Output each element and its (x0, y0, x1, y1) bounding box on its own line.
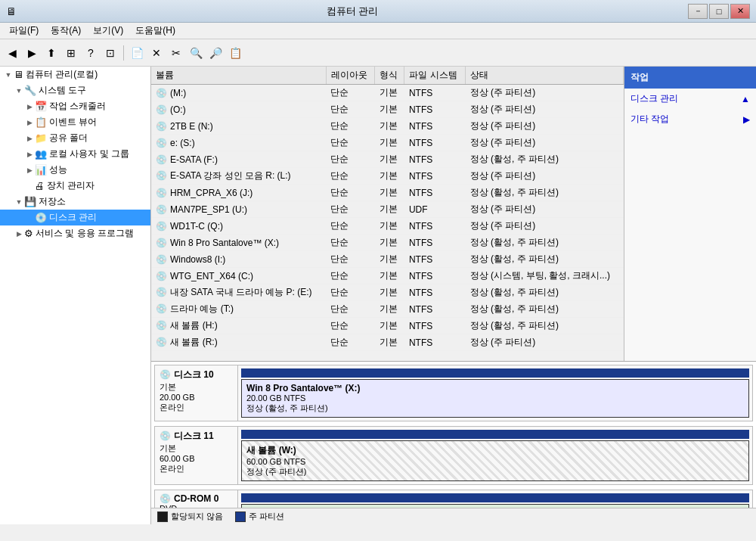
menu-item-동작A[interactable]: 동작(A) (45, 23, 87, 39)
cell-type: 기본 (375, 185, 404, 201)
search-button[interactable]: 🔍 (187, 44, 205, 62)
tree-expand-system-tools[interactable]: ▼ (14, 87, 24, 95)
cell-status: 정상 (주 파티션) (466, 201, 624, 218)
table-row[interactable]: 💿(O:) 단순 기본 NTFS 정상 (주 파티션) (151, 101, 624, 118)
tree-expand-performance[interactable]: ▶ (24, 166, 35, 174)
tree-item-task-scheduler[interactable]: ▶ 📅 작업 스캐줄러 (0, 98, 150, 114)
tree-expand-services[interactable]: ▶ (14, 230, 24, 238)
other-action[interactable]: 기타 작업 ▶ (624, 109, 756, 129)
tree-item-performance[interactable]: ▶ 📊 성능 (0, 162, 150, 178)
tree-item-event-viewer[interactable]: ▶ 📋 이벤트 뷰어 (0, 114, 150, 130)
toolbar-separator (123, 45, 124, 61)
app-icon: 🖥 (6, 5, 17, 17)
col-header-상태[interactable]: 상태 (466, 67, 624, 85)
minimize-button[interactable]: － (688, 4, 708, 19)
disk-info-disk10: 💿디스크 10 기본 20.00 GB 온라인 (155, 365, 238, 421)
window-title: 컴퓨터 관리 (17, 5, 688, 18)
tree-item-device-manager[interactable]: 🖨 장치 관리자 (0, 178, 150, 194)
cell-layout: 단순 (326, 218, 375, 235)
disk-partition-Win-8-Pro-Santalove™-(X:)[interactable]: Win 8 Pro Santalove™ (X:) 20.00 GB NTFS … (241, 379, 749, 418)
tree-label-event-viewer: 이벤트 뷰어 (49, 116, 97, 129)
action-pane-title: 작업 (624, 67, 756, 89)
tree-item-local-users[interactable]: ▶ 👥 로컬 사용자 및 그룹 (0, 146, 150, 162)
cell-type: 기본 (375, 284, 404, 301)
table-row[interactable]: 💿내장 SATA 국내 드라마 예능 P: (E:) 단순 기본 NTFS 정상… (151, 284, 624, 301)
menu-item-보기V[interactable]: 보기(V) (87, 23, 129, 39)
tree-expand-local-users[interactable]: ▶ (24, 151, 35, 158)
table-row[interactable]: 💿E-SATA (F:) 단순 기본 NTFS 정상 (활성, 주 파티션) (151, 151, 624, 168)
table-row[interactable]: 💿e: (S:) 단순 기본 NTFS 정상 (주 파티션) (151, 135, 624, 151)
cell-layout: 단순 (326, 235, 375, 251)
tree-item-computer-management[interactable]: ▼ 🖥 컴퓨터 관리(로컬) (0, 67, 150, 82)
legend-label-unallocated: 할당되지 않음 (171, 511, 223, 522)
table-row[interactable]: 💿WD1T-C (Q:) 단순 기본 NTFS 정상 (주 파티션) (151, 218, 624, 235)
table-row[interactable]: 💿새 볼륨 (R:) 단순 기본 NTFS 정상 (주 파티션) (151, 334, 624, 351)
cell-status: 정상 (주 파티션) (466, 135, 624, 151)
partition-size: 60.00 GB NTFS (246, 457, 744, 466)
tree-item-shared-folders[interactable]: ▶ 📁 공유 폴더 (0, 130, 150, 146)
disk-row-cdrom0: 💿CD-ROM 0 DVD 439 MB 온라인 MAN7PE_SP1 (U:)… (154, 490, 753, 508)
col-header-레이아웃[interactable]: 레이아웃 (326, 67, 375, 85)
cell-volume: 💿(M:) (151, 85, 326, 101)
tree-expand-computer-management[interactable]: ▼ (3, 71, 14, 79)
disk-partition-새-볼륨-(W:)[interactable]: 새 볼륨 (W:) 60.00 GB NTFS 정상 (주 파티션) (241, 440, 749, 481)
table-row[interactable]: 💿MAN7PE_SP1 (U:) 단순 기본 UDF 정상 (주 파티션) (151, 201, 624, 218)
delete-button[interactable]: ✕ (147, 44, 166, 62)
cell-layout: 단순 (326, 284, 375, 301)
partition-status: 정상 (주 파티션) (246, 466, 744, 477)
export-button[interactable]: 📋 (226, 44, 244, 62)
tree-item-system-tools[interactable]: ▼ 🔧 시스템 도구 (0, 82, 150, 98)
cell-type: 기본 (375, 235, 404, 251)
grid-button[interactable]: ⊡ (101, 44, 119, 62)
table-row[interactable]: 💿드라마 예능 (T:) 단순 기본 NTFS 정상 (활성, 주 파티션) (151, 301, 624, 318)
cell-volume: 💿Win 8 Pro Santalove™ (X:) (151, 235, 326, 251)
legend: 할당되지 않음 주 파티션 (151, 508, 756, 524)
zoom-button[interactable]: 🔎 (206, 44, 225, 62)
forward-button[interactable]: ▶ (23, 44, 41, 62)
table-row[interactable]: 💿Win 8 Pro Santalove™ (X:) 단순 기본 NTFS 정상… (151, 235, 624, 251)
menu-item-도움말H[interactable]: 도움말(H) (129, 23, 181, 39)
tree-expand-task-scheduler[interactable]: ▶ (24, 103, 35, 110)
cell-fs: NTFS (404, 284, 466, 301)
cell-type: 기본 (375, 268, 404, 284)
cell-status: 정상 (시스템, 부팅, 활성, 크래시...) (466, 268, 624, 284)
view-button[interactable]: ⊞ (62, 44, 80, 62)
col-header-형식[interactable]: 형식 (375, 67, 404, 85)
table-row[interactable]: 💿2TB E (N:) 단순 기본 NTFS 정상 (주 파티션) (151, 118, 624, 135)
window-controls: － □ ✕ (688, 4, 750, 19)
table-row[interactable]: 💿E-SATA 강좌 성인 모음 R: (L:) 단순 기본 NTFS 정상 (… (151, 168, 624, 185)
tree-item-services[interactable]: ▶ ⚙ 서비스 및 응용 프로그램 (0, 225, 150, 241)
disk-name-disk11: 💿디스크 11 (160, 430, 233, 443)
tree-expand-storage[interactable]: ▼ (14, 198, 24, 206)
close-button[interactable]: ✕ (730, 4, 750, 19)
disk-size-disk10: 20.00 GB (160, 393, 233, 402)
tree-label-storage: 저장소 (39, 195, 66, 208)
disk-management-action[interactable]: 디스크 관리 ▲ (624, 89, 756, 109)
table-row[interactable]: 💿HRM_CPRA_X6 (J:) 단순 기본 NTFS 정상 (활성, 주 파… (151, 185, 624, 201)
maximize-button[interactable]: □ (709, 4, 729, 19)
tree-expand-shared-folders[interactable]: ▶ (24, 135, 35, 142)
cell-volume: 💿HRM_CPRA_X6 (J:) (151, 185, 326, 201)
cell-layout: 단순 (326, 251, 375, 268)
col-header-파일 시스템[interactable]: 파일 시스템 (404, 67, 466, 85)
help-button[interactable]: ? (82, 44, 100, 62)
disk-type-disk11: 기본 (160, 443, 233, 454)
table-row[interactable]: 💿WTG_ENT_X64 (C:) 단순 기본 NTFS 정상 (시스템, 부팅… (151, 268, 624, 284)
table-row[interactable]: 💿Windows8 (I:) 단순 기본 NTFS 정상 (활성, 주 파티션) (151, 251, 624, 268)
table-row[interactable]: 💿새 볼륨 (H:) 단순 기본 NTFS 정상 (활성, 주 파티션) (151, 318, 624, 334)
new-button[interactable]: 📄 (128, 44, 146, 62)
tree-item-storage[interactable]: ▼ 💾 저장소 (0, 194, 150, 210)
tree-label-disk-management: 디스크 관리 (49, 211, 97, 224)
menu-item-파일F[interactable]: 파일(F) (3, 23, 45, 39)
back-button[interactable]: ◀ (3, 44, 21, 62)
cell-volume: 💿2TB E (N:) (151, 118, 326, 135)
cell-volume: 💿E-SATA (F:) (151, 151, 326, 168)
properties-button[interactable]: ✂ (167, 44, 185, 62)
col-header-볼륨[interactable]: 볼륨 (151, 67, 326, 85)
cell-layout: 단순 (326, 201, 375, 218)
tree-expand-event-viewer[interactable]: ▶ (24, 119, 35, 126)
tree-item-disk-management[interactable]: 💿 디스크 관리 (0, 210, 150, 225)
tree-icon-performance: 📊 (35, 164, 47, 176)
up-button[interactable]: ⬆ (42, 44, 60, 62)
table-row[interactable]: 💿(M:) 단순 기본 NTFS 정상 (주 파티션) (151, 85, 624, 101)
